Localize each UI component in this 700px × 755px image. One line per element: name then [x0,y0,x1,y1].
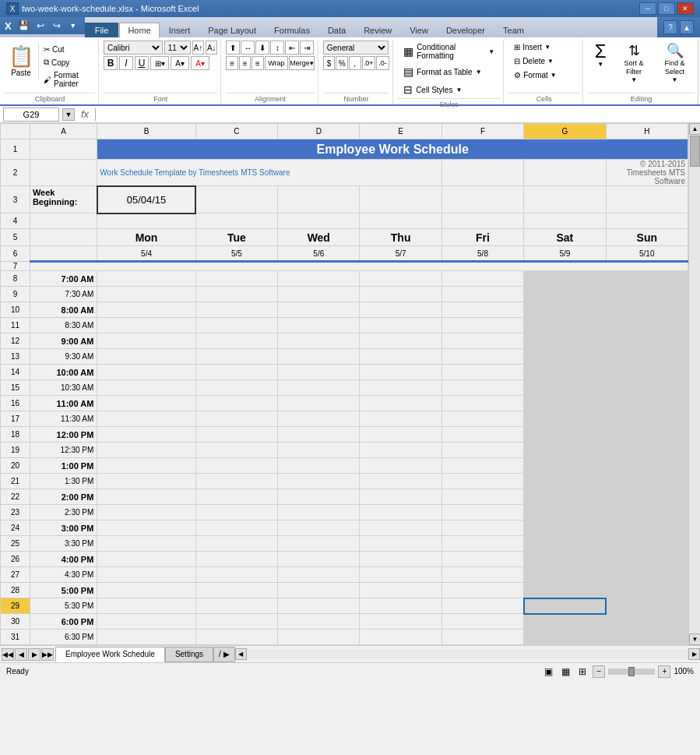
close-button[interactable]: ✕ [677,2,694,15]
align-left-button[interactable]: ≡ [226,56,237,70]
tab-team[interactable]: Team [494,23,533,37]
cell-e6-57[interactable]: 5/7 [360,246,441,262]
tab-employee-work-schedule[interactable]: Employee Work Schedule [55,647,165,662]
tab-page-layout[interactable]: Page Layout [199,23,265,37]
tab-settings[interactable]: Settings [165,647,213,662]
cell-g2[interactable] [524,160,606,186]
text-direction-button[interactable]: ↕ [270,41,284,55]
cell-f5-fri[interactable]: Fri [441,229,523,246]
cell-a13[interactable]: 9:30 AM [30,349,97,365]
cell-a20[interactable]: 1:00 PM [30,458,97,474]
cell-d3[interactable] [278,186,360,213]
decrease-decimal-button[interactable]: .0- [376,56,389,70]
font-size-select[interactable]: 11 [164,41,191,55]
cell-b3-date[interactable]: 05/04/15 [97,186,195,213]
h-scroll-left[interactable]: ◀ [235,648,247,660]
ribbon-min-button[interactable]: ▲ [680,20,694,34]
cut-button[interactable]: ✂ Cut [40,44,95,55]
zoom-slider[interactable] [608,669,655,675]
scroll-thumb-v[interactable] [690,136,700,167]
zoom-in-button[interactable]: + [658,665,670,678]
undo-quick-button[interactable]: ↩ [33,19,47,33]
cell-a11[interactable]: 8:30 AM [30,318,97,333]
col-header-c[interactable]: C [195,124,277,139]
cell-a27[interactable]: 4:30 PM [30,567,97,583]
comma-button[interactable]: , [349,56,361,70]
increase-decimal-button[interactable]: .0+ [362,56,375,70]
name-box[interactable]: G29 [3,108,59,122]
cell-a18[interactable]: 12:00 PM [30,427,97,443]
cell-a22[interactable]: 2:00 PM [30,489,97,505]
cell-d6-56[interactable]: 5/6 [278,246,360,262]
sheet-nav-buttons[interactable]: ◀◀ ◀ ▶ ▶▶ [0,648,55,661]
cell-a19[interactable]: 12:30 PM [30,443,97,458]
view-page-break-button[interactable]: ⊞ [575,665,589,679]
zoom-out-button[interactable]: − [593,665,605,678]
cell-a23[interactable]: 2:30 PM [30,505,97,520]
sum-button[interactable]: Σ ▼ [588,41,613,69]
help-button[interactable]: ? [663,20,677,34]
sheet-nav-first[interactable]: ◀◀ [2,648,14,661]
vertical-scrollbar[interactable]: ▲ ▼ [688,123,700,645]
tab-developer[interactable]: Developer [438,23,494,37]
save-quick-button[interactable]: 💾 [17,19,31,33]
cell-f6-58[interactable]: 5/8 [441,246,523,262]
zoom-level[interactable]: 100% [674,667,694,676]
cell-b1-title[interactable]: Employee Work Schedule [97,139,688,160]
cell-a9[interactable]: 7:30 AM [30,287,97,302]
fill-color-button[interactable]: A▾ [171,56,189,70]
cell-a24[interactable]: 3:00 PM [30,520,97,536]
tab-review[interactable]: Review [355,23,400,37]
col-header-f[interactable]: F [441,124,523,139]
format-as-table-button[interactable]: ▤ Format as Table ▼ [398,63,500,80]
sort-filter-button[interactable]: ⇅ Sort & Filter ▼ [616,41,652,85]
col-header-d[interactable]: D [278,124,360,139]
row-num-3[interactable]: 3 [1,186,30,213]
cell-e5-thu[interactable]: Thu [360,229,441,246]
cell-c5-tue[interactable]: Tue [195,229,277,246]
conditional-formatting-button[interactable]: ▦ Conditional Formatting ▼ [398,41,500,62]
col-header-e[interactable]: E [360,124,441,139]
window-controls[interactable]: ─ □ ✕ [639,2,694,15]
cell-a30[interactable]: 6:00 PM [30,614,97,630]
font-color-button[interactable]: A▾ [191,56,209,70]
cell-b2-subtitle[interactable]: Work Schedule Template by Timesheets MTS… [97,160,442,186]
percent-button[interactable]: % [336,56,348,70]
scroll-up-button[interactable]: ▲ [689,123,700,135]
minimize-button[interactable]: ─ [639,2,656,15]
tab-home[interactable]: Home [119,23,159,38]
cell-h5-sun[interactable]: Sun [606,229,688,246]
cell-h3[interactable] [606,186,688,213]
number-format-select[interactable]: General [323,41,389,55]
cell-b5-mon[interactable]: Mon [97,229,195,246]
tab-formulas[interactable]: Formulas [266,23,318,37]
cell-styles-button[interactable]: ⊟ Cell Styles ▼ [398,81,500,98]
paste-button[interactable]: 📋 Paste [5,42,39,79]
row-num-1[interactable]: 1 [1,139,30,160]
row-num-5[interactable]: 5 [1,229,30,246]
row-num-6[interactable]: 6 [1,246,30,262]
col-header-g[interactable]: G [524,124,606,139]
indent-more-button[interactable]: ⇥ [300,41,314,55]
wrap-text-button[interactable]: Wrap [265,56,289,70]
sheet-nav-prev[interactable]: ◀ [15,648,27,661]
col-header-b[interactable]: B [97,124,195,139]
align-top-button[interactable]: ⬆ [226,41,240,55]
format-painter-button[interactable]: 🖌 Format Painter [40,69,95,90]
bold-button[interactable]: B [104,56,118,70]
cell-g3[interactable] [524,186,606,213]
scroll-down-button[interactable]: ▼ [689,633,700,645]
row-num-4[interactable]: 4 [1,213,30,229]
customize-quick-button[interactable]: ▼ [66,19,80,33]
cell-a2[interactable] [30,160,97,186]
cell-f2[interactable] [441,160,523,186]
sheet-nav-last[interactable]: ▶▶ [41,648,54,661]
insert-cells-button[interactable]: ⊞ Insert ▼ [508,41,562,54]
indent-less-button[interactable]: ⇤ [285,41,299,55]
cell-a31[interactable]: 6:30 PM [30,630,97,645]
sheet-nav-next[interactable]: ▶ [28,648,40,661]
cell-a21[interactable]: 1:30 PM [30,474,97,489]
underline-button[interactable]: U [135,56,149,70]
maximize-button[interactable]: □ [658,2,675,15]
view-page-layout-button[interactable]: ▦ [558,665,572,679]
